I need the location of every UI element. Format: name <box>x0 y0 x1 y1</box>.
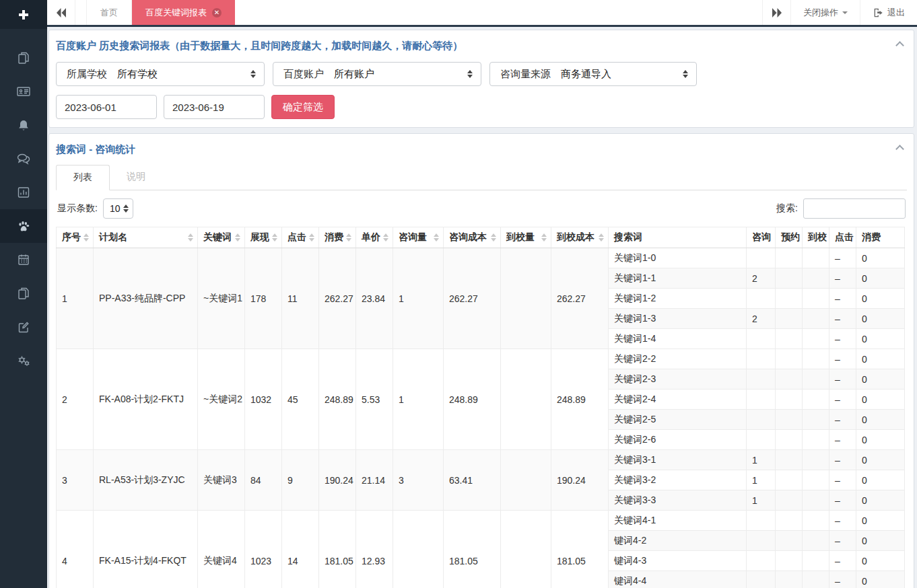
sidebar-item-id-card[interactable] <box>0 75 47 108</box>
term-arrive-cell <box>803 410 829 430</box>
account-select[interactable]: 所有账户 <box>334 63 481 85</box>
account-filter-label: 百度账户 <box>273 68 334 81</box>
term-arrive-cell <box>803 531 829 551</box>
bar-chart-icon <box>17 186 30 199</box>
term-cost-cell: 0 <box>856 309 905 329</box>
plan-seq-cell: 2 <box>57 349 94 450</box>
sidebar-item-statistics[interactable] <box>0 176 47 209</box>
term-arrive-cell <box>803 490 829 511</box>
sidebar-item-baidu[interactable] <box>0 209 47 243</box>
column-header-sortable[interactable]: 关键词 <box>198 227 245 248</box>
column-header-sortable[interactable]: 计划名 <box>94 227 198 248</box>
term-arrive-cell <box>803 289 829 309</box>
term-cost-cell: 0 <box>856 551 905 571</box>
term-consult-cell <box>747 289 776 309</box>
tab-baidu-keyword-report[interactable]: 百度关键词报表 ✕ <box>132 0 235 25</box>
tab-notes[interactable]: 说明 <box>110 165 162 190</box>
term-arrive-cell <box>803 329 829 349</box>
tab-home-label: 首页 <box>100 7 118 19</box>
calendar-icon <box>17 253 30 266</box>
term-cost-cell: 0 <box>856 571 905 588</box>
column-header-sortable[interactable]: 到校量 <box>501 227 551 248</box>
term-click-cell: – <box>829 430 856 450</box>
school-select[interactable]: 所有学校 <box>117 63 264 85</box>
term-consult-cell: 1 <box>747 490 776 511</box>
term-term-cell: 关键词1-1 <box>609 268 747 289</box>
logout-button[interactable]: 退出 <box>860 0 917 25</box>
edit-icon <box>17 320 30 334</box>
select-arrows-icon <box>250 70 256 78</box>
filter-panel-title: 百度账户 历史搜索词报表（由于数据量大，且时间跨度越大，加载时间越久，请耐心等待… <box>56 38 907 53</box>
term-reserve-cell <box>776 470 803 490</box>
close-actions-dropdown[interactable]: 关闭操作 <box>790 0 860 25</box>
table-row: 3RL-A53-计划3-ZYJC关键词3849190.2421.14363.41… <box>57 450 905 470</box>
table-row: 4FK-A15-计划4-FKQT关键词4102314181.0512.93181… <box>57 511 905 531</box>
term-term-cell: 关键词1-4 <box>609 329 747 349</box>
plan-cost-cell: 181.05 <box>319 511 356 588</box>
school-filter-group: 所属学校 所有学校 <box>56 62 265 86</box>
term-term-cell: 关键词3-2 <box>609 470 747 490</box>
term-term-cell: 键词4-2 <box>609 531 747 551</box>
caret-down-icon <box>842 11 848 14</box>
column-header-sortable[interactable]: 单价 <box>356 227 393 248</box>
column-header-sortable[interactable]: 序号 <box>57 227 94 248</box>
sidebar-item-calendar[interactable] <box>0 243 47 277</box>
plan-keyword-cell: 关键词3 <box>198 450 245 511</box>
plan-arrival-cost-cell: 181.05 <box>551 511 609 588</box>
term-cost-cell: 0 <box>856 268 905 289</box>
term-cost-cell: 0 <box>856 248 905 268</box>
page-size-select[interactable]: 10 <box>103 198 134 219</box>
school-filter-label: 所属学校 <box>57 68 117 81</box>
report-table: 序号计划名关键词展现点击消费单价咨询量咨询成本到校量到校成本搜索词咨询预约到校点… <box>56 227 905 588</box>
tabs-scroll-right-button[interactable] <box>762 0 790 25</box>
term-click-cell: – <box>829 329 856 349</box>
term-arrive-cell <box>803 430 829 450</box>
plan-impressions-cell: 84 <box>245 450 282 511</box>
table-row: 2FK-A08-计划2-FKTJ~关键词2103245248.895.53124… <box>57 349 905 369</box>
tab-close-icon[interactable]: ✕ <box>212 8 222 17</box>
sidebar-item-files[interactable] <box>0 277 47 310</box>
term-arrive-cell <box>803 571 829 588</box>
column-header-sortable[interactable]: 咨询量 <box>393 227 444 248</box>
tabs-scroll-left-button[interactable] <box>47 0 75 25</box>
term-reserve-cell <box>776 349 803 369</box>
term-term-cell: 关键词2-4 <box>609 390 747 410</box>
comments-icon <box>16 152 31 166</box>
column-header-sortable[interactable]: 点击 <box>282 227 319 248</box>
term-consult-cell <box>747 511 776 531</box>
term-click-cell: – <box>829 490 856 511</box>
column-header-sortable[interactable]: 咨询成本 <box>444 227 501 248</box>
table-controls: 显示条数: 10 搜索: <box>56 190 907 225</box>
term-reserve-cell <box>776 410 803 430</box>
date-to-input[interactable] <box>164 95 265 119</box>
sort-icon <box>491 233 496 242</box>
term-reserve-cell <box>776 571 803 588</box>
sidebar-add-button[interactable] <box>0 0 47 29</box>
sidebar-item-notifications[interactable] <box>0 108 47 142</box>
column-header-sortable[interactable]: 展现 <box>245 227 282 248</box>
term-cost-cell: 0 <box>856 349 905 369</box>
account-filter-group: 百度账户 所有账户 <box>273 62 481 86</box>
table-wrap: 序号计划名关键词展现点击消费单价咨询量咨询成本到校量到校成本搜索词咨询预约到校点… <box>56 227 907 588</box>
select-arrows-icon <box>123 205 129 213</box>
tab-home[interactable]: 首页 <box>86 0 132 25</box>
term-click-cell: – <box>829 268 856 289</box>
term-consult-cell <box>747 390 776 410</box>
term-term-cell: 关键词4-1 <box>609 511 747 531</box>
column-header-sortable[interactable]: 消费 <box>319 227 356 248</box>
column-header-sortable[interactable]: 到校成本 <box>551 227 609 248</box>
tab-list[interactable]: 列表 <box>56 165 110 190</box>
source-select[interactable]: 商务通导入 <box>561 63 696 85</box>
plan-impressions-cell: 178 <box>245 248 282 349</box>
app: 首页 百度关键词报表 ✕ 关闭操作 退出 百度账户 历史搜索词报表（由于数据量大… <box>0 0 917 588</box>
double-right-arrow-icon <box>772 8 782 17</box>
apply-filter-button[interactable]: 确定筛选 <box>271 95 335 119</box>
sidebar-item-settings[interactable] <box>0 344 47 377</box>
sidebar-item-edit[interactable] <box>0 310 47 344</box>
date-from-input[interactable] <box>56 95 157 119</box>
sidebar-item-messages[interactable] <box>0 142 47 176</box>
term-reserve-cell <box>776 309 803 329</box>
search-input[interactable] <box>803 198 906 219</box>
plan-seq-cell: 1 <box>57 248 94 349</box>
sidebar-item-documents[interactable] <box>0 41 47 75</box>
